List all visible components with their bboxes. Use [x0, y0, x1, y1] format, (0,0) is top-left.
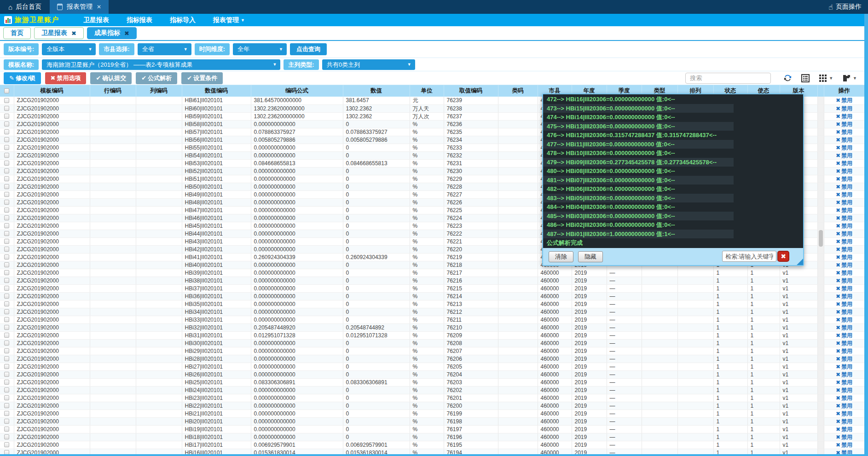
- cell-select[interactable]: [0, 214, 14, 222]
- row-checkbox[interactable]: [4, 231, 9, 236]
- table-row[interactable]: ZJCG201902000HBi22|II0201010.00000000000…: [0, 402, 864, 410]
- row-checkbox[interactable]: [4, 364, 9, 369]
- cell-select[interactable]: [0, 417, 14, 425]
- disable-link[interactable]: 禁用: [841, 262, 852, 268]
- row-checkbox[interactable]: [4, 208, 9, 213]
- disable-link[interactable]: 禁用: [841, 238, 852, 245]
- modify-lock-button[interactable]: ✎修改/锁: [4, 72, 41, 84]
- row-checkbox[interactable]: [4, 247, 9, 252]
- cell-select[interactable]: [0, 355, 14, 363]
- cell-select[interactable]: [0, 237, 14, 245]
- cell-select[interactable]: [0, 230, 14, 237]
- cell-select[interactable]: [0, 323, 14, 331]
- table-scrollbar-thumb[interactable]: [819, 230, 823, 247]
- table-row[interactable]: ZJCG201902000HBi36|II0201010.00000000000…: [0, 292, 864, 300]
- table-row[interactable]: ZJCG201902000HBi30|II0201010.00000000000…: [0, 339, 864, 347]
- row-checkbox[interactable]: [4, 168, 9, 173]
- disable-link[interactable]: 禁用: [841, 152, 852, 159]
- disable-link[interactable]: 禁用: [841, 364, 852, 370]
- disable-link[interactable]: 禁用: [841, 223, 852, 229]
- row-checkbox[interactable]: [4, 341, 9, 346]
- row-checkbox[interactable]: [4, 309, 9, 314]
- cell-select[interactable]: [0, 316, 14, 323]
- row-checkbox[interactable]: [4, 317, 9, 322]
- cell-select[interactable]: [0, 151, 14, 159]
- tab-home[interactable]: 首页: [3, 27, 31, 39]
- cell-select[interactable]: [0, 136, 14, 144]
- row-checkbox[interactable]: [4, 153, 9, 158]
- list-view-button[interactable]: [801, 74, 810, 82]
- table-row[interactable]: ZJCG201902000HBi26|II0201010.00000000000…: [0, 370, 864, 378]
- disable-link[interactable]: 禁用: [841, 277, 852, 284]
- row-checkbox[interactable]: [4, 301, 9, 306]
- hide-button[interactable]: 隐藏: [578, 251, 603, 262]
- disable-link[interactable]: 禁用: [841, 144, 852, 151]
- row-checkbox[interactable]: [4, 442, 9, 447]
- disable-link[interactable]: 禁用: [841, 285, 852, 292]
- menu-report-management[interactable]: 报表管理 ▼: [204, 14, 254, 27]
- row-checkbox[interactable]: [4, 98, 9, 103]
- row-checkbox[interactable]: [4, 223, 9, 228]
- cell-select[interactable]: [0, 183, 14, 190]
- column-type-select[interactable]: 共有0类主列▼: [322, 59, 415, 70]
- cell-select[interactable]: [0, 386, 14, 394]
- menu-indicator-import[interactable]: 指标导入: [161, 14, 204, 27]
- row-checkbox[interactable]: [4, 286, 9, 291]
- cell-select[interactable]: [0, 363, 14, 370]
- nav-home-tab[interactable]: ⌂ 后台首页: [0, 0, 50, 14]
- version-select[interactable]: 全版本▼: [42, 43, 96, 55]
- disable-link[interactable]: 禁用: [841, 199, 852, 206]
- table-row[interactable]: ZJCG201902000HBi34|II0201010.00000000000…: [0, 308, 864, 316]
- search-input[interactable]: [685, 73, 771, 84]
- cell-select[interactable]: [0, 112, 14, 120]
- disable-link[interactable]: 禁用: [841, 324, 852, 331]
- cell-select[interactable]: [0, 245, 14, 253]
- disable-link[interactable]: 禁用: [841, 317, 852, 323]
- row-checkbox[interactable]: [4, 278, 9, 283]
- time-dimension-select[interactable]: 全年▼: [233, 43, 287, 55]
- column-header-row-code[interactable]: 行编码: [90, 85, 136, 97]
- cell-select[interactable]: [0, 261, 14, 269]
- cell-select[interactable]: [0, 190, 14, 198]
- row-checkbox[interactable]: [4, 137, 9, 142]
- cell-select[interactable]: [0, 277, 14, 284]
- select-all-checkbox[interactable]: [4, 88, 9, 93]
- cell-select[interactable]: [0, 339, 14, 347]
- table-row[interactable]: ZJCG201902000HBi23|II0201010.00000000000…: [0, 394, 864, 402]
- disable-link[interactable]: 禁用: [841, 246, 852, 253]
- column-header-unit[interactable]: 单位: [410, 85, 444, 97]
- row-checkbox[interactable]: [4, 254, 9, 260]
- district-select[interactable]: 全省▼: [138, 43, 191, 55]
- disable-link[interactable]: 禁用: [841, 231, 852, 237]
- row-checkbox[interactable]: [4, 239, 9, 244]
- row-checkbox[interactable]: [4, 419, 9, 424]
- disable-link[interactable]: 禁用: [841, 426, 852, 433]
- disable-link[interactable]: 禁用: [841, 121, 852, 127]
- disable-link[interactable]: 禁用: [841, 387, 852, 393]
- cell-select[interactable]: [0, 120, 14, 128]
- row-checkbox[interactable]: [4, 372, 9, 377]
- table-row[interactable]: ZJCG201902000HBi21|II0201010.00000000000…: [0, 410, 864, 417]
- disable-link[interactable]: 禁用: [841, 356, 852, 362]
- row-checkbox[interactable]: [4, 200, 9, 205]
- row-checkbox[interactable]: [4, 356, 9, 361]
- row-checkbox[interactable]: [4, 348, 9, 353]
- disable-link[interactable]: 禁用: [841, 340, 852, 346]
- cell-select[interactable]: [0, 269, 14, 277]
- tab-result-indicators[interactable]: 成果指标 ✖: [87, 27, 137, 39]
- table-row[interactable]: ZJCG201902000HBi18|II0201010.00000000000…: [0, 433, 864, 441]
- disable-link[interactable]: 禁用: [841, 293, 852, 300]
- refresh-button[interactable]: [783, 74, 792, 82]
- row-checkbox[interactable]: [4, 176, 9, 181]
- cell-select[interactable]: [0, 144, 14, 151]
- window-tab-report-management[interactable]: 报表管理 ✕: [50, 0, 109, 14]
- cell-select[interactable]: [0, 425, 14, 433]
- disable-link[interactable]: 禁用: [841, 442, 852, 448]
- column-header-template-code[interactable]: 模板编码: [14, 85, 90, 97]
- cell-select[interactable]: [0, 378, 14, 386]
- header-select-all[interactable]: [0, 85, 14, 97]
- disable-link[interactable]: 禁用: [841, 309, 852, 315]
- cell-select[interactable]: [0, 128, 14, 136]
- tab-satellite-report[interactable]: 卫星报表 ✖: [34, 27, 84, 39]
- menu-indicator-report[interactable]: 指标报表: [118, 14, 161, 27]
